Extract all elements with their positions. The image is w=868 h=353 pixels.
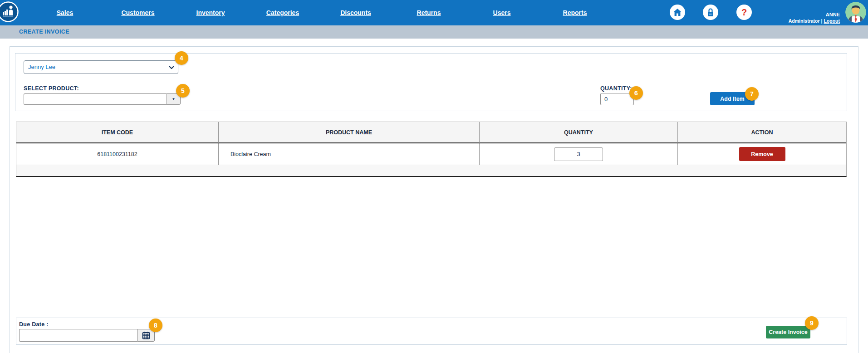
cell-action: Remove (678, 143, 846, 165)
user-role: Administrator (789, 18, 820, 24)
row-quantity-input[interactable] (554, 147, 603, 161)
header-item-code: ITEM CODE (16, 122, 219, 143)
breadcrumb: CREATE INVOICE (0, 25, 868, 39)
avatar-icon (845, 2, 866, 23)
dropdown-arrow-icon: ▼ (172, 97, 176, 101)
select-product-label: SELECT PRODUCT: (24, 85, 79, 92)
nav-item-categories[interactable]: Categories (266, 0, 299, 25)
step-badge-9: 9 (805, 316, 819, 330)
nav-item-discounts[interactable]: Discounts (340, 0, 371, 25)
user-name: ANNE (789, 12, 840, 17)
table-row: 6181100231182 Bioclaire Cream Remove (16, 143, 846, 165)
nav-item-reports[interactable]: Reports (563, 0, 587, 25)
help-button[interactable]: ? (736, 5, 752, 20)
chevron-down-icon (169, 66, 174, 69)
table-header-row: ITEM CODE PRODUCT NAME QUANTITY ACTION (16, 122, 846, 143)
user-separator: | (821, 18, 823, 24)
header-action: ACTION (678, 122, 846, 143)
remove-button[interactable]: Remove (739, 147, 785, 161)
due-date-input[interactable] (19, 329, 137, 342)
home-button[interactable] (670, 5, 685, 20)
nav-item-users[interactable]: Users (493, 0, 511, 25)
header-product-name: PRODUCT NAME (219, 122, 480, 143)
quantity-label: QUANTITY: (600, 85, 632, 92)
header-quantity: QUANTITY (480, 122, 678, 143)
step-badge-6: 6 (629, 86, 643, 100)
create-invoice-page: Sales Customers Inventory Categories Dis… (0, 0, 868, 353)
company-logo[interactable] (0, 1, 19, 22)
top-navbar: Sales Customers Inventory Categories Dis… (0, 0, 868, 25)
help-icon: ? (741, 7, 747, 18)
user-avatar[interactable] (845, 2, 866, 23)
cell-quantity (480, 143, 678, 165)
nav-item-returns[interactable]: Returns (417, 0, 441, 25)
step-badge-5: 5 (176, 84, 190, 98)
due-date-label: Due Date : (19, 321, 49, 328)
create-invoice-button[interactable]: Create Invoice (766, 326, 810, 338)
step-badge-8: 8 (149, 319, 162, 332)
calendar-icon (142, 331, 150, 339)
invoice-items-table: ITEM CODE PRODUCT NAME QUANTITY ACTION 6… (16, 122, 847, 177)
nav-item-inventory[interactable]: Inventory (196, 0, 225, 25)
logout-link[interactable]: Logout (824, 18, 840, 24)
customer-select[interactable]: Jenny Lee (24, 60, 178, 74)
step-badge-4: 4 (175, 51, 188, 65)
cell-item-code: 6181100231182 (16, 143, 219, 165)
lock-button[interactable] (703, 5, 718, 20)
home-icon (673, 8, 682, 16)
table-footer-row (16, 165, 846, 176)
lock-icon (707, 8, 714, 17)
page-title: CREATE INVOICE (19, 25, 69, 39)
nav-item-customers[interactable]: Customers (121, 0, 154, 25)
logo-icon (0, 1, 19, 22)
product-combo-input[interactable] (24, 93, 167, 105)
quantity-input[interactable] (600, 93, 634, 105)
step-badge-7: 7 (745, 87, 759, 101)
user-info: ANNE Administrator | Logout (789, 12, 840, 24)
cell-product-name: Bioclaire Cream (219, 143, 480, 165)
nav-item-sales[interactable]: Sales (57, 0, 74, 25)
